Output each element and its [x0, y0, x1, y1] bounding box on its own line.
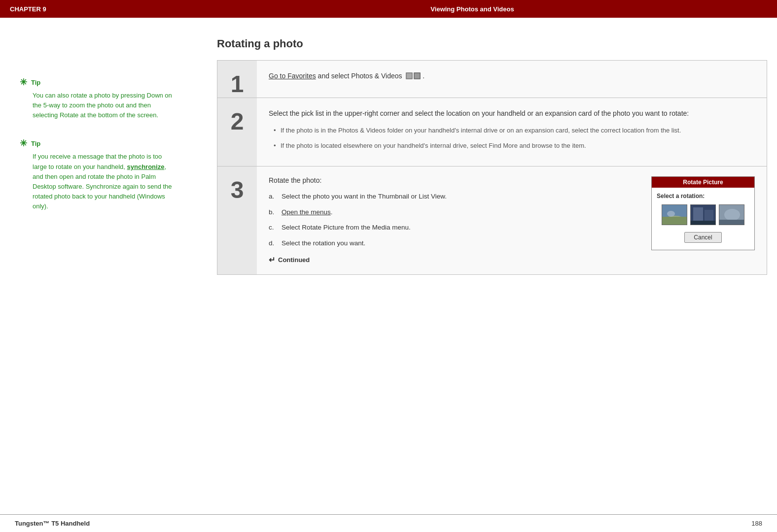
page-header: CHAPTER 9 Viewing Photos and Videos: [0, 0, 777, 18]
step-2-number: 2: [217, 98, 257, 166]
step-3c-letter: c.: [269, 222, 278, 233]
main-content: Rotating a photo 1 Go to Favorites and s…: [187, 37, 767, 275]
tip-2-star-icon: ✳: [20, 138, 27, 149]
tip-1: ✳ Tip You can also rotate a photo by pre…: [20, 77, 173, 120]
continued-row: ↵ Continued: [269, 255, 636, 265]
step-3d: d. Select the rotation you want.: [269, 238, 636, 249]
svg-rect-3: [415, 73, 420, 78]
tip-2-label: Tip: [31, 140, 40, 147]
step-1: 1 Go to Favorites and select Photos & Vi…: [217, 61, 767, 98]
step-3b-letter: b.: [269, 207, 278, 218]
tip-1-header: ✳ Tip: [20, 77, 173, 88]
step-3b-text: Open the menus.: [282, 207, 333, 218]
svg-rect-1: [407, 73, 412, 78]
step-3d-letter: d.: [269, 238, 278, 249]
rotate-cancel-row: Cancel: [657, 232, 749, 243]
step-3d-text: Select the rotation you want.: [282, 238, 365, 249]
step-2-bullets: If the photo is in the Photos & Videos f…: [269, 126, 755, 151]
step-3-left: Rotate the photo: a. Select the photo yo…: [269, 176, 636, 265]
rotate-cancel-button[interactable]: Cancel: [684, 232, 721, 243]
rotate-dialog-body: Select a rotation:: [652, 188, 754, 250]
step-2: 2 Select the pick list in the upper-righ…: [217, 98, 767, 166]
page-footer: Tungsten™ T5 Handheld 188: [0, 514, 777, 532]
svg-rect-14: [719, 220, 744, 225]
photos-videos-icon: [406, 71, 421, 82]
page-body: ✳ Tip You can also rotate a photo by pre…: [0, 18, 777, 295]
step-3-number: 3: [217, 166, 257, 274]
step-2-content: Select the pick list in the upper-right …: [257, 98, 767, 166]
step-3c-text: Select Rotate Picture from the Media men…: [282, 222, 411, 233]
step-1-text: Go to Favorites and select Photos & Vide…: [269, 70, 755, 82]
footer-page-number: 188: [751, 520, 762, 527]
svg-point-13: [724, 209, 740, 221]
tip-2-header: ✳ Tip: [20, 138, 173, 149]
step-2-bullet-1: If the photo is in the Photos & Videos f…: [274, 126, 755, 136]
sidebar: ✳ Tip You can also rotate a photo by pre…: [20, 37, 187, 275]
tip-2-text: If you receive a message that the photo …: [20, 152, 173, 211]
chapter-label: CHAPTER 9: [10, 5, 177, 13]
svg-rect-6: [662, 217, 687, 225]
step-2-bullet-2: If the photo is located elsewhere on you…: [274, 141, 755, 151]
rotation-thumbnail-2[interactable]: [690, 204, 716, 225]
tip-2-synchronize-link[interactable]: synchronize: [127, 163, 165, 170]
rotate-dialog: Rotate Picture Select a rotation:: [651, 176, 755, 250]
open-menus-link[interactable]: Open the menus: [282, 208, 331, 216]
step-3b: b. Open the menus.: [269, 207, 636, 218]
step-1-content: Go to Favorites and select Photos & Vide…: [257, 61, 767, 98]
step-2-main-text: Select the pick list in the upper-right …: [269, 108, 755, 119]
rotate-thumbnails: [657, 204, 749, 225]
svg-point-7: [667, 211, 675, 217]
step-1-number: 1: [217, 61, 257, 98]
tip-2: ✳ Tip If you receive a message that the …: [20, 138, 173, 211]
rotate-dialog-title: Rotate Picture: [652, 177, 754, 188]
rotate-dialog-label: Select a rotation:: [657, 193, 749, 200]
step-1-text-after: and select Photos & Videos: [318, 72, 402, 80]
step-3-inner: Rotate the photo: a. Select the photo yo…: [269, 176, 755, 265]
chapter-title: Viewing Photos and Videos: [177, 5, 767, 13]
go-to-favorites-link[interactable]: Go to Favorites: [269, 72, 316, 80]
step-3: 3 Rotate the photo: a. Select the photo …: [217, 166, 767, 274]
step-3a-text: Select the photo you want in the Thumbna…: [282, 191, 447, 202]
svg-rect-11: [691, 221, 716, 225]
continued-icon: ↵: [269, 255, 275, 265]
steps-container: 1 Go to Favorites and select Photos & Vi…: [217, 60, 767, 275]
tip-1-label: Tip: [31, 79, 40, 86]
step-3a-letter: a.: [269, 191, 278, 202]
section-title: Rotating a photo: [217, 37, 767, 50]
svg-rect-9: [693, 207, 703, 222]
step-3a: a. Select the photo you want in the Thum…: [269, 191, 636, 202]
step-3c: c. Select Rotate Picture from the Media …: [269, 222, 636, 233]
step-3-content: Rotate the photo: a. Select the photo yo…: [257, 166, 767, 274]
footer-device-name: Tungsten™ T5 Handheld: [15, 520, 90, 527]
step-3-intro: Rotate the photo:: [269, 176, 636, 184]
step-3-substeps: a. Select the photo you want in the Thum…: [269, 191, 636, 248]
tip-1-star-icon: ✳: [20, 77, 27, 88]
rotation-thumbnail-3[interactable]: [719, 204, 744, 225]
rotation-thumbnail-1[interactable]: [662, 204, 687, 225]
svg-rect-10: [705, 210, 713, 222]
step-1-period: .: [423, 72, 424, 80]
tip-1-text: You can also rotate a photo by pressing …: [20, 91, 173, 120]
continued-label: Continued: [278, 256, 310, 264]
